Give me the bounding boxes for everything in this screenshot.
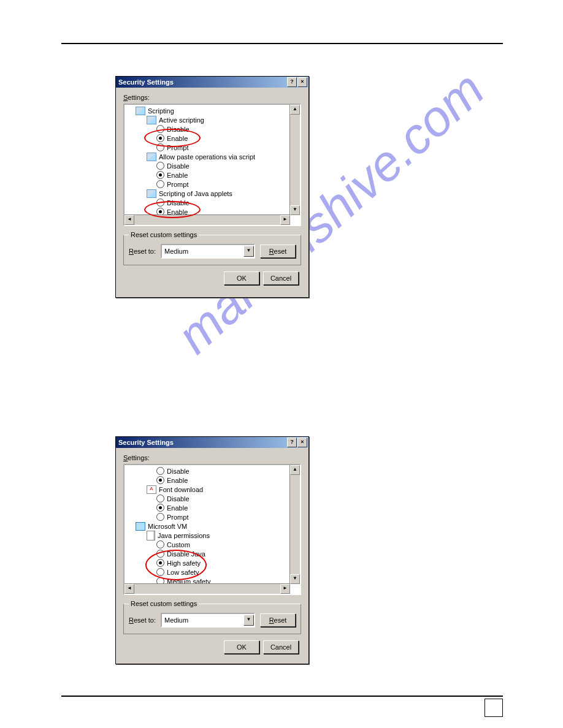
vertical-scrollbar[interactable]: ▲ ▼	[289, 465, 300, 584]
radio-label: Prompt	[167, 181, 188, 188]
close-button[interactable]: ×	[297, 77, 307, 87]
settings-label: Settings:	[123, 454, 301, 461]
radio-disable[interactable]	[156, 199, 164, 207]
radio-label: Enable	[167, 172, 188, 179]
radio-prompt[interactable]	[156, 143, 164, 151]
dialog-title: Security Settings	[118, 78, 174, 86]
scroll-right-icon[interactable]: ►	[280, 584, 290, 594]
cancel-button[interactable]: Cancel	[263, 271, 299, 285]
dialog-title: Security Settings	[118, 439, 174, 446]
ok-button[interactable]: OK	[224, 640, 259, 654]
radio-disable[interactable]	[156, 125, 164, 133]
radio-disable[interactable]	[156, 495, 164, 502]
radio-disable-java[interactable]	[156, 550, 164, 558]
horizontal-scrollbar[interactable]: ◄ ►	[124, 214, 290, 225]
titlebar[interactable]: Security Settings ? ×	[116, 437, 308, 448]
reset-to-select[interactable]: Medium ▼	[161, 244, 255, 259]
security-settings-dialog-1: Security Settings ? × Settings: Scriptin…	[115, 76, 309, 298]
scroll-right-icon[interactable]: ►	[280, 215, 290, 225]
reset-to-select[interactable]: Medium ▼	[161, 613, 255, 628]
cancel-button[interactable]: Cancel	[263, 640, 299, 654]
document-icon	[147, 531, 155, 540]
chevron-down-icon[interactable]: ▼	[243, 246, 254, 257]
vertical-scrollbar[interactable]: ▲ ▼	[289, 105, 300, 215]
scroll-up-icon[interactable]: ▲	[290, 465, 300, 475]
settings-tree: Scripting Active scripting Disable Enabl…	[123, 104, 301, 226]
radio-label: Enable	[167, 135, 188, 142]
tree-label: Allow paste operations via script	[159, 153, 255, 161]
radio-enable[interactable]	[156, 476, 164, 484]
reset-group: Reset custom settings Reset to: Medium ▼…	[123, 235, 301, 265]
radio-enable[interactable]	[156, 134, 164, 142]
radio-prompt[interactable]	[156, 513, 164, 521]
radio-label: Custom	[167, 541, 190, 548]
script-icon	[147, 189, 156, 198]
chevron-down-icon[interactable]: ▼	[243, 615, 254, 626]
settings-tree: Disable Enable AFont download Disable En…	[123, 464, 301, 595]
script-icon	[147, 116, 156, 124]
radio-disable[interactable]	[156, 467, 164, 475]
radio-disable[interactable]	[156, 162, 164, 170]
radio-label: Disable	[167, 199, 190, 207]
tree-label: Microsoft VM	[148, 523, 187, 530]
reset-group-label: Reset custom settings	[129, 600, 199, 607]
radio-label: Enable	[167, 477, 188, 484]
reset-to-label: Reset to:	[129, 616, 156, 624]
vm-icon	[136, 522, 145, 531]
tree-label: Scripting	[148, 107, 174, 115]
scroll-left-icon[interactable]: ◄	[124, 584, 134, 594]
tree-label: Font download	[159, 486, 203, 493]
ok-button[interactable]: OK	[224, 271, 259, 285]
script-icon	[136, 107, 145, 115]
script-icon	[147, 153, 156, 161]
reset-button[interactable]: Reset	[260, 245, 296, 258]
radio-high-safety[interactable]	[156, 559, 164, 567]
font-icon: A	[147, 485, 156, 494]
scroll-left-icon[interactable]: ◄	[124, 215, 134, 225]
radio-label: Disable	[167, 468, 190, 475]
radio-label: High safety	[167, 559, 201, 567]
scroll-up-icon[interactable]: ▲	[290, 105, 300, 115]
scroll-down-icon[interactable]: ▼	[290, 574, 300, 584]
reset-button[interactable]: Reset	[260, 613, 296, 627]
tree-label: Java permissions	[158, 532, 210, 539]
radio-low-safety[interactable]	[156, 568, 164, 576]
radio-label: Prompt	[167, 514, 188, 521]
radio-label: Enable	[167, 504, 188, 512]
radio-enable[interactable]	[156, 171, 164, 179]
select-value: Medium	[164, 616, 188, 624]
help-button[interactable]: ?	[287, 438, 297, 447]
reset-to-label: Reset to:	[129, 248, 156, 255]
settings-label: Settings:	[123, 94, 301, 101]
radio-enable[interactable]	[156, 504, 164, 512]
tree-label: Active scripting	[159, 116, 204, 124]
radio-label: Disable	[167, 126, 190, 133]
close-button[interactable]: ×	[297, 438, 307, 447]
tree-label: Scripting of Java applets	[159, 190, 232, 197]
reset-group-label: Reset custom settings	[129, 231, 199, 238]
reset-group: Reset custom settings Reset to: Medium ▼…	[123, 604, 301, 634]
scroll-down-icon[interactable]: ▼	[290, 205, 300, 215]
radio-label: Prompt	[167, 144, 188, 151]
select-value: Medium	[164, 248, 188, 255]
page-number-box	[484, 699, 503, 717]
radio-custom[interactable]	[156, 540, 164, 548]
page-rule-top	[61, 43, 503, 44]
radio-label: Disable	[167, 495, 190, 502]
horizontal-scrollbar[interactable]: ◄ ►	[124, 583, 290, 594]
radio-prompt[interactable]	[156, 180, 164, 188]
page-rule-bottom	[61, 696, 503, 697]
help-button[interactable]: ?	[287, 77, 297, 87]
security-settings-dialog-2: Security Settings ? × Settings: Disable …	[115, 436, 309, 664]
radio-label: Disable Java	[167, 550, 205, 558]
titlebar[interactable]: Security Settings ? ×	[116, 77, 308, 88]
radio-label: Disable	[167, 162, 190, 170]
radio-label: Low safety	[167, 569, 199, 576]
